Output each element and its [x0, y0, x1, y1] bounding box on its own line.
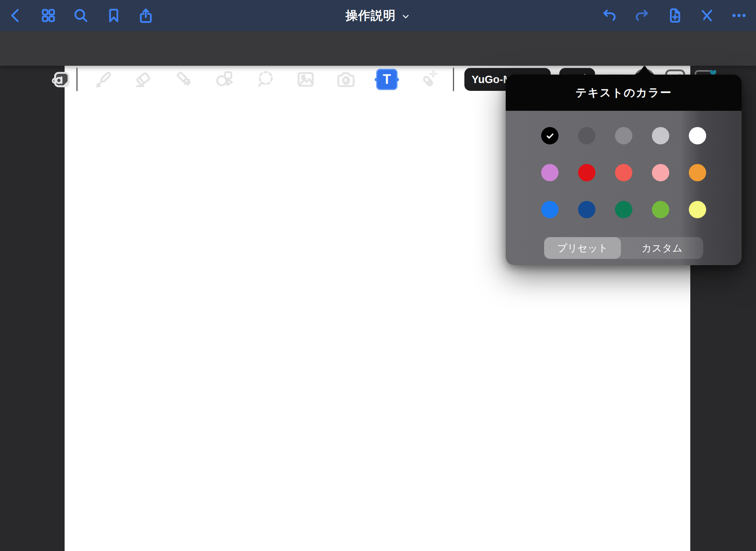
back-button[interactable]	[8, 7, 24, 24]
redo-button[interactable]	[633, 7, 650, 24]
page-view-button[interactable]	[51, 69, 72, 90]
color-swatch-coral[interactable]	[615, 164, 632, 181]
check-icon	[545, 131, 555, 141]
popover-title: テキストのカラー	[575, 85, 672, 100]
share-icon[interactable]	[138, 7, 154, 24]
color-swatch-yellow[interactable]	[689, 201, 706, 218]
lasso-tool[interactable]	[255, 69, 276, 90]
toolbar-divider	[453, 68, 454, 91]
popover-body: プリセット カスタム	[506, 111, 742, 265]
top-navigation-bar: 操作説明	[0, 0, 756, 31]
swatch-row	[541, 164, 706, 181]
chevron-down-icon	[401, 10, 410, 21]
color-swatch-pink[interactable]	[652, 164, 669, 181]
color-swatch-white[interactable]	[689, 127, 706, 144]
color-swatch-gray[interactable]	[615, 127, 632, 144]
eraser-tool[interactable]	[133, 69, 154, 90]
swatch-row	[541, 111, 706, 144]
bookmark-button[interactable]	[106, 7, 122, 24]
toolbar-divider	[76, 68, 78, 91]
pen-tool[interactable]	[93, 69, 114, 90]
image-tool[interactable]	[295, 69, 316, 90]
shapes-tool[interactable]	[214, 69, 234, 90]
page-title: 操作説明	[346, 7, 396, 24]
color-swatch-blue[interactable]	[541, 201, 559, 218]
selection-handle-right	[396, 78, 399, 81]
camera-tool[interactable]	[336, 69, 356, 90]
preset-custom-segmented-control: プリセット カスタム	[544, 237, 703, 259]
tools-toolbar: T YuGo-Medium 30 T ♥	[0, 31, 756, 66]
laser-pointer-tool[interactable]	[418, 69, 439, 90]
color-swatch-navy[interactable]	[578, 201, 595, 218]
color-swatch-dark-gray[interactable]	[578, 127, 595, 144]
color-swatch-green[interactable]	[615, 201, 632, 218]
swatch-row	[541, 201, 706, 218]
color-swatch-black-selected[interactable]	[541, 127, 559, 144]
tab-preset[interactable]: プリセット	[544, 237, 621, 259]
color-swatch-purple[interactable]	[541, 164, 559, 181]
text-color-popover: テキストのカラー プリセット カスタム	[506, 75, 742, 265]
text-tool-glyph: T	[383, 73, 391, 86]
color-swatch-orange[interactable]	[689, 164, 706, 181]
color-swatch-light-gray[interactable]	[652, 127, 669, 144]
add-page-button[interactable]	[667, 7, 683, 24]
more-options-button[interactable]	[729, 7, 749, 24]
selection-handle-left	[375, 78, 378, 81]
pen-mode-toggle-icon[interactable]	[699, 7, 715, 24]
search-icon[interactable]	[73, 7, 89, 24]
tab-custom[interactable]: カスタム	[621, 237, 703, 259]
text-tool-selected[interactable]: T	[376, 69, 398, 90]
color-swatch-light-green[interactable]	[652, 201, 669, 218]
page-grid-button[interactable]	[40, 7, 56, 24]
popover-header: テキストのカラー	[506, 75, 742, 111]
undo-button[interactable]	[602, 7, 618, 24]
highlighter-tool[interactable]	[174, 69, 195, 90]
popover-arrow	[631, 65, 658, 75]
document-title-button[interactable]: 操作説明	[346, 0, 410, 31]
color-swatch-red[interactable]	[578, 164, 595, 181]
